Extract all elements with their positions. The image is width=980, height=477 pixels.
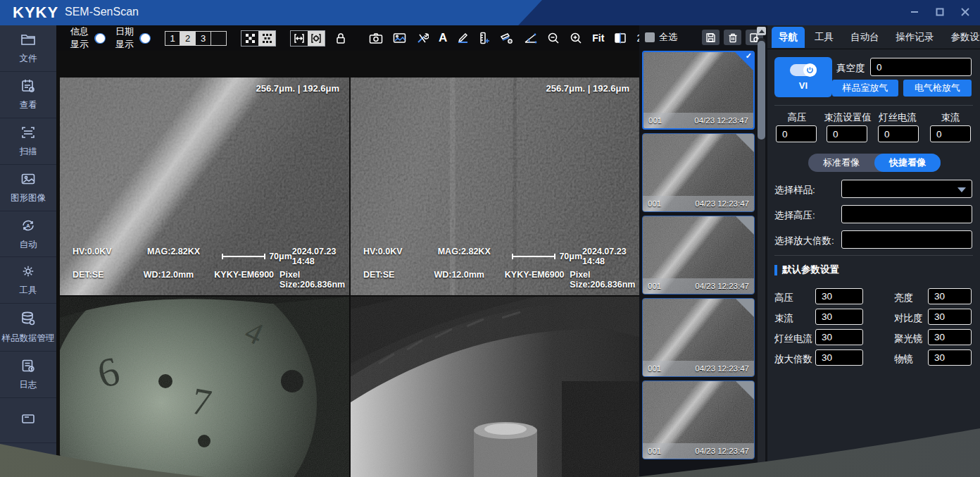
trash-icon[interactable] (724, 30, 741, 45)
default-objective-input[interactable] (928, 349, 972, 366)
text-tool[interactable]: A (439, 31, 447, 45)
default-contrast-input[interactable] (928, 309, 972, 325)
thumbnail-id: 001 (648, 447, 661, 455)
scrollbar-thumb[interactable] (758, 41, 765, 140)
beam-col-label: 束流 (929, 111, 972, 124)
sidebar-item-tools[interactable]: 工具 (0, 257, 56, 304)
measure-eye-icon[interactable] (500, 30, 514, 47)
sidebar-item-sample-data[interactable]: 样品数据管理 (0, 304, 56, 352)
camera-icon[interactable] (369, 30, 383, 47)
view-3-button[interactable]: 3 (196, 31, 211, 46)
default-magnification-input[interactable] (815, 349, 863, 366)
sidebar-item-label: 样品数据管理 (2, 333, 55, 345)
view-count-buttons: 1 2 3 (165, 31, 227, 46)
sidebar-item-files[interactable]: 文件 (0, 25, 56, 72)
chamber-vent-button[interactable]: 样品室放气 (832, 80, 898, 97)
sidebar-item-view[interactable]: 查看 (0, 72, 56, 118)
default-beam-input[interactable] (815, 309, 863, 325)
thumbnail-item[interactable]: 001 04/23 12:23:47 (642, 133, 755, 212)
sidebar-item-scan[interactable]: 扫描 (0, 118, 56, 165)
quick-imaging-option[interactable]: 快捷看像 (874, 154, 941, 172)
hv-readout-input[interactable] (776, 125, 817, 142)
dither-icon[interactable] (258, 31, 275, 46)
sem-viewport-1[interactable]: 256.7μm. | 192.6μm HV:0.0KV MAG:2.82KX 7… (60, 78, 349, 295)
sidebar-item-log[interactable]: 日志 (0, 352, 56, 398)
toggle-switch-icon (139, 33, 151, 44)
minimize-button[interactable] (907, 5, 922, 19)
vi-power-button[interactable]: VI (774, 57, 832, 97)
beam-readout-input[interactable] (930, 125, 971, 142)
ruler-icon[interactable] (479, 30, 490, 47)
image-tool-icon[interactable] (393, 30, 406, 47)
fit-button[interactable]: Fit (592, 32, 604, 44)
sem-viewport-2[interactable]: 256.7μm. | 192.6μm HV:0.0KV MAG:2.82KX 7… (351, 78, 639, 295)
thumbnail-time: 04/23 12:23:47 (694, 116, 748, 125)
scrollbar-track[interactable] (758, 38, 765, 471)
default-condenser-input[interactable] (928, 329, 972, 345)
default-brightness-input[interactable] (928, 288, 972, 304)
view-blank-button[interactable] (211, 31, 227, 46)
save-icon[interactable] (702, 30, 720, 45)
default-hv-input[interactable] (815, 288, 863, 304)
select-sample-dropdown[interactable] (841, 180, 972, 198)
beam-set-readout-input[interactable] (827, 125, 867, 142)
select-magnification-dropdown[interactable] (841, 230, 972, 249)
default-filament-input[interactable] (815, 329, 863, 345)
datetime-readout: 2024.07.23 14:48 (292, 247, 349, 266)
gun-vent-button[interactable]: 电气枪放气 (903, 80, 972, 97)
sidebar-item-display[interactable] (0, 398, 56, 443)
angle-icon[interactable] (524, 30, 537, 47)
scan-icon (20, 125, 36, 142)
close-button[interactable] (957, 5, 973, 19)
annotate-icon[interactable] (457, 30, 469, 47)
tab-auto-stage[interactable]: 自动台 (843, 27, 886, 48)
view-1-button[interactable]: 1 (165, 31, 180, 46)
stage-camera-viewport[interactable]: 6 7 4 (60, 297, 349, 477)
sidebar-item-images[interactable]: 图形图像 (0, 165, 56, 211)
crosshair-icon[interactable] (308, 31, 325, 46)
select-all-checkbox[interactable] (645, 32, 655, 42)
thumbnail-item[interactable]: ✓ 001 04/23 12:23:47 (642, 51, 755, 130)
chamber-camera-viewport[interactable] (351, 297, 639, 477)
view-2-button[interactable]: 2 (180, 31, 196, 46)
thumbnail-item[interactable]: 001 04/23 12:23:47 (642, 298, 755, 377)
vacuum-input[interactable] (870, 58, 972, 76)
auto-icon: A (20, 218, 36, 235)
tab-navigation[interactable]: 导航 (772, 27, 805, 48)
tab-parameter-settings[interactable]: 参数设置 (944, 27, 980, 48)
standard-imaging-option[interactable]: 标准看像 (808, 154, 874, 172)
thumbnail-item[interactable]: 001 04/23 12:23:47 (642, 380, 755, 459)
date-display-toggle[interactable]: 日期显示 (115, 25, 151, 51)
image-icon (20, 172, 36, 189)
filament-col-label: 灯丝电流 (877, 111, 919, 124)
tab-operation-log[interactable]: 操作记录 (889, 27, 941, 48)
select-hv-dropdown[interactable] (841, 205, 972, 223)
zoom-out-icon[interactable] (547, 30, 560, 47)
zoom-in-icon[interactable] (570, 30, 582, 47)
scroll-up-button[interactable] (757, 27, 766, 35)
svg-text:A: A (26, 223, 30, 229)
thumbnail-item[interactable]: 001 04/23 12:23:47 (642, 216, 755, 295)
toggle-label: 日期显示 (115, 25, 134, 51)
monitor-icon (20, 413, 36, 428)
database-icon (20, 311, 36, 329)
mag-readout: MAG:2.82KX (438, 247, 513, 266)
scalebar: 70μm (222, 247, 292, 266)
device-label: KYKY-EM6900 (214, 270, 279, 290)
lock-icon[interactable] (335, 30, 346, 47)
tab-tools[interactable]: 工具 (808, 27, 841, 48)
tools-icon[interactable] (416, 30, 429, 47)
split-view-icon[interactable] (614, 30, 627, 47)
select-magnification-label: 选择放大倍数: (774, 235, 834, 247)
default-params-header: 默认参数设置 (774, 264, 839, 276)
thumbnail-id: 001 (648, 199, 661, 208)
thumbnail-time: 04/23 12:23:47 (695, 447, 749, 455)
sidebar-item-auto[interactable]: A 自动 (0, 211, 56, 258)
filament-readout-input[interactable] (878, 125, 919, 142)
scan-frame-icon[interactable] (291, 31, 308, 46)
power-toggle-icon (790, 64, 817, 76)
maximize-button[interactable] (932, 5, 948, 19)
info-display-toggle[interactable]: 信息显示 (70, 25, 106, 51)
expand-icon[interactable] (241, 31, 258, 46)
brand-logo: KYKY (13, 4, 58, 22)
